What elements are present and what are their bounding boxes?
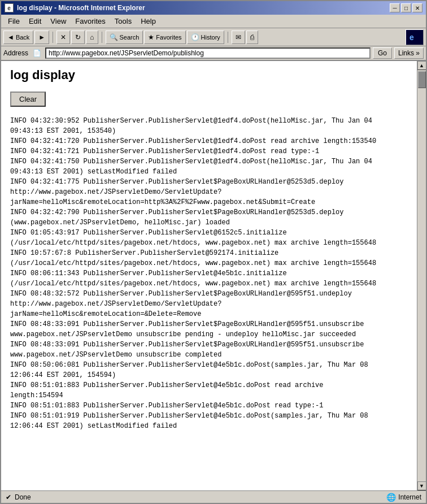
address-bar: Address 📄 Go Links »: [1, 46, 426, 61]
back-button[interactable]: ◄ Back: [3, 31, 33, 44]
minimize-button[interactable]: ─: [390, 3, 400, 12]
print-icon: ⎙: [250, 33, 254, 41]
address-input[interactable]: [45, 47, 371, 59]
search-icon: 🔍: [110, 33, 118, 41]
toolbar-separator-1: [53, 32, 53, 43]
history-button[interactable]: 🕐 History: [187, 31, 224, 44]
history-label: History: [201, 34, 220, 41]
close-button[interactable]: ✕: [412, 3, 422, 12]
menu-bar: File Edit View Favorites Tools Help: [1, 15, 426, 28]
stop-icon: ✕: [60, 33, 66, 41]
menu-view[interactable]: View: [46, 16, 71, 27]
status-done-icon: ✔: [6, 493, 11, 501]
home-icon: ⌂: [90, 33, 94, 41]
menu-file[interactable]: File: [3, 16, 24, 27]
scroll-down-button[interactable]: ▼: [417, 481, 426, 490]
go-button[interactable]: Go: [373, 47, 392, 59]
back-label: Back: [16, 34, 29, 41]
favorites-button[interactable]: ★ Favorites: [144, 31, 185, 44]
content-with-scroll: log display Clear INFO 04:32:30:952 Publ…: [1, 61, 426, 490]
log-content: INFO 04:32:30:952 PublisherServer.Publis…: [10, 116, 408, 431]
globe-icon: 🌐: [386, 493, 396, 502]
ie-icon: e: [5, 3, 14, 12]
back-arrow-icon: ◄: [7, 33, 14, 41]
scroll-up-button[interactable]: ▲: [417, 61, 426, 70]
maximize-button[interactable]: □: [401, 3, 411, 12]
title-bar: e log display - Microsoft Internet Explo…: [1, 1, 426, 15]
forward-button[interactable]: ►: [34, 31, 49, 44]
toolbar: ◄ Back ► ✕ ↻ ⌂ 🔍 Search ★ Favorites 🕐 Hi…: [1, 28, 426, 46]
scroll-thumb[interactable]: [418, 71, 426, 88]
address-label: Address: [3, 49, 28, 57]
favorites-icon: ★: [148, 33, 154, 41]
clear-button[interactable]: Clear: [10, 92, 46, 107]
mail-icon: ✉: [236, 33, 241, 41]
window-title: log display - Microsoft Internet Explore…: [17, 4, 145, 12]
status-bar: ✔ Done 🌐 Internet: [1, 490, 426, 503]
status-left: ✔ Done: [6, 493, 31, 501]
toolbar-separator-2: [102, 32, 102, 43]
search-label: Search: [120, 34, 140, 41]
internet-zone: 🌐 Internet: [386, 493, 421, 502]
forward-arrow-icon: ►: [38, 33, 45, 41]
content-area: log display Clear INFO 04:32:30:952 Publ…: [1, 61, 417, 490]
refresh-icon: ↻: [75, 33, 81, 41]
window-frame: e log display - Microsoft Internet Explo…: [0, 0, 427, 504]
links-button[interactable]: Links »: [394, 47, 424, 59]
history-icon: 🕐: [191, 33, 199, 41]
page-icon: 📄: [33, 49, 41, 57]
menu-help[interactable]: Help: [136, 16, 160, 27]
stop-button[interactable]: ✕: [56, 31, 70, 44]
mail-button[interactable]: ✉: [232, 31, 245, 44]
favorites-label: Favorites: [156, 34, 181, 41]
title-bar-buttons: ─ □ ✕: [390, 3, 422, 12]
title-bar-left: e log display - Microsoft Internet Explo…: [5, 3, 145, 12]
home-button[interactable]: ⌂: [86, 31, 98, 44]
scrollbar[interactable]: ▲ ▼: [417, 61, 426, 490]
status-right: 🌐 Internet: [386, 493, 421, 502]
search-button[interactable]: 🔍 Search: [106, 31, 143, 44]
ie-logo-button[interactable]: e: [406, 29, 424, 45]
page-title: log display: [10, 68, 408, 82]
menu-tools[interactable]: Tools: [110, 16, 136, 27]
ie-logo-icon: e: [409, 33, 414, 42]
scroll-track[interactable]: [417, 70, 426, 481]
menu-edit[interactable]: Edit: [24, 16, 46, 27]
status-done-label: Done: [15, 493, 31, 501]
toolbar-separator-3: [228, 32, 228, 43]
zone-label: Internet: [398, 493, 421, 501]
refresh-button[interactable]: ↻: [71, 31, 85, 44]
print-button[interactable]: ⎙: [246, 31, 258, 44]
menu-favorites[interactable]: Favorites: [71, 16, 110, 27]
